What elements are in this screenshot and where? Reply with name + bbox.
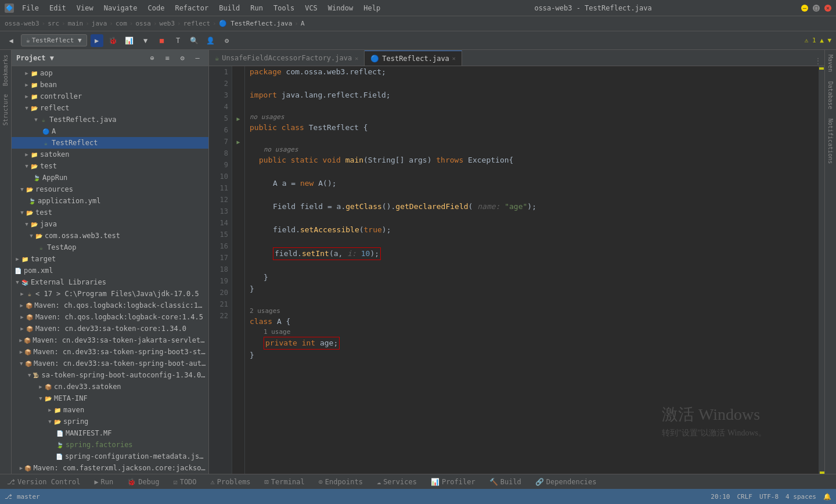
tree-item-testreflect-class[interactable]: ☕ TestReflect bbox=[12, 137, 208, 149]
search-button[interactable]: 🔍 bbox=[188, 34, 201, 47]
bookmarks-panel[interactable]: Bookmarks bbox=[1, 52, 10, 88]
dropdown-button[interactable]: ▼ bbox=[139, 34, 152, 47]
run-arrow-7[interactable]: ▶ bbox=[232, 136, 244, 147]
menu-bar[interactable]: File Edit View Navigate Code Refactor Bu… bbox=[17, 3, 385, 13]
code-editor[interactable]: 1 2 3 4 5 6 7 8 9 10 11 12 13 14 15 16 1… bbox=[209, 66, 824, 474]
tab-unsafe[interactable]: ☕ UnsafeFieldAccessorFactory.java ✕ bbox=[209, 51, 365, 66]
tab-unsafe-close[interactable]: ✕ bbox=[355, 55, 358, 62]
tree-item-java-folder[interactable]: ▼ 📂 java bbox=[12, 218, 208, 230]
minimize-button[interactable]: — bbox=[801, 5, 808, 12]
tree-item-logback-core[interactable]: ▶ 📦 Maven: ch.qos.logback:logback-core:1… bbox=[12, 311, 208, 323]
tree-item-meta-inf[interactable]: ▼ 📂 META-INF bbox=[12, 393, 208, 404]
endpoints-tab[interactable]: ⊙ Endpoints bbox=[316, 474, 365, 489]
show-options-button[interactable]: ⚙ bbox=[176, 52, 189, 64]
tree-item-sa-token-core[interactable]: ▶ 📦 Maven: cn.dev33:sa-token-core:1.34.0 bbox=[12, 323, 208, 334]
collapse-all-button[interactable]: ≡ bbox=[161, 52, 174, 64]
tree-item-test-folder[interactable]: ▼ 📂 test bbox=[12, 160, 208, 172]
tree-item-maven-sub[interactable]: ▶ 📁 maven bbox=[12, 404, 208, 416]
build-tab[interactable]: 🔨 Build bbox=[487, 474, 524, 489]
tree-item-sa-token-jakarta[interactable]: ▶ 📦 Maven: cn.dev33:sa-token-jakarta-ser… bbox=[12, 334, 208, 346]
todo-tab[interactable]: ☑ TODO bbox=[171, 474, 199, 489]
run-arrow-5[interactable]: ▶ bbox=[232, 113, 244, 124]
tree-item-apprun[interactable]: 🍃 AppRun bbox=[12, 172, 208, 183]
tab-testreflect-close[interactable]: ✕ bbox=[452, 55, 456, 62]
notifications-panel-button[interactable]: Notifications bbox=[826, 114, 835, 168]
tree-item-pom[interactable]: 📄 pom.xml bbox=[12, 265, 208, 276]
terminal-tab[interactable]: ⊡ Terminal bbox=[262, 474, 307, 489]
run-config-button[interactable]: ☕ TestReflect ▼ bbox=[21, 34, 87, 46]
run-button[interactable]: ▶ bbox=[91, 34, 103, 47]
breadcrumb-reflect[interactable]: reflect bbox=[183, 20, 210, 27]
tree-item-external-libraries[interactable]: ▼ 📚 External Libraries bbox=[12, 276, 208, 288]
tabs-more-button[interactable]: ⋮ bbox=[814, 56, 822, 66]
tree-item-aop[interactable]: ▶ 📁 aop bbox=[12, 67, 208, 79]
tree-item-test-maven[interactable]: ▼ 📂 test bbox=[12, 207, 208, 218]
breadcrumb-com[interactable]: com bbox=[116, 20, 127, 27]
tree-item-spring-config-metadata[interactable]: 📄 spring-configuration-metadata.json bbox=[12, 451, 208, 462]
tree-item-com-ossa-web3-test[interactable]: ▼ 📂 com.ossa.web3.test bbox=[12, 230, 208, 242]
stop-button[interactable]: ■ bbox=[156, 34, 168, 47]
translate-button[interactable]: T bbox=[172, 34, 185, 47]
breadcrumb-main[interactable]: main bbox=[68, 20, 84, 27]
menu-refactor[interactable]: Refactor bbox=[170, 3, 213, 13]
tree-item-class-a[interactable]: 🔵 A bbox=[12, 125, 208, 137]
tree-item-jdk[interactable]: ▶ ☕ < 17 > C:\Program Files\Java\jdk-17.… bbox=[12, 288, 208, 300]
menu-help[interactable]: Help bbox=[359, 3, 385, 13]
tree-item-reflect[interactable]: ▼ 📂 reflect bbox=[12, 102, 208, 114]
menu-window[interactable]: Window bbox=[323, 3, 358, 13]
breadcrumb-java[interactable]: java bbox=[92, 20, 107, 27]
coverage-button[interactable]: 📊 bbox=[123, 34, 136, 47]
maximize-button[interactable]: □ bbox=[813, 5, 820, 12]
tree-item-resources[interactable]: ▼ 📂 resources bbox=[12, 183, 208, 195]
breadcrumb-web3[interactable]: web3 bbox=[160, 20, 175, 27]
menu-vcs[interactable]: VCS bbox=[300, 3, 322, 13]
tree-item-sa-token-spring-boot3[interactable]: ▶ 📦 Maven: cn.dev33:sa-token-spring-boot… bbox=[12, 346, 208, 358]
menu-navigate[interactable]: Navigate bbox=[99, 3, 142, 13]
settings-button[interactable]: ⚙ bbox=[221, 34, 233, 47]
back-button[interactable]: ◀ bbox=[5, 34, 17, 47]
debug-tab[interactable]: 🐞 Debug bbox=[125, 474, 161, 489]
menu-build[interactable]: Build bbox=[214, 3, 244, 13]
services-tab[interactable]: ☁ Services bbox=[374, 474, 419, 489]
structure-panel[interactable]: Structure bbox=[1, 92, 10, 128]
profiler-tab[interactable]: 📊 Profiler bbox=[428, 474, 478, 489]
breadcrumb-src[interactable]: src bbox=[48, 20, 59, 27]
tree-item-controller[interactable]: ▶ 📁 controller bbox=[12, 91, 208, 102]
tree-item-logback-classic[interactable]: ▶ 📦 Maven: ch.qos.logback:logback-classi… bbox=[12, 300, 208, 311]
menu-run[interactable]: Run bbox=[246, 3, 268, 13]
tree-item-manifest[interactable]: 📄 MANIFEST.MF bbox=[12, 427, 208, 439]
problems-tab[interactable]: ⚠ Problems bbox=[208, 474, 253, 489]
breadcrumb-class[interactable]: A bbox=[301, 20, 305, 27]
breadcrumb-file[interactable]: 🔵 TestReflect.java bbox=[219, 20, 293, 27]
code-content[interactable]: package com.ossa.web3.reflect; import ja… bbox=[245, 66, 824, 474]
debug-button[interactable]: 🐞 bbox=[107, 34, 120, 47]
menu-tools[interactable]: Tools bbox=[269, 3, 299, 13]
tree-item-jackson-a[interactable]: ▶ 📦 Maven: com.fasterxml.jackson.core:ja… bbox=[12, 462, 208, 474]
close-button[interactable]: ✕ bbox=[824, 5, 831, 12]
database-panel-button[interactable]: Database bbox=[826, 77, 835, 114]
menu-code[interactable]: Code bbox=[143, 3, 170, 13]
run-tab[interactable]: ▶ Run bbox=[92, 474, 116, 489]
breadcrumb-ossa-web3[interactable]: ossa-web3 bbox=[5, 20, 39, 27]
tab-testreflect[interactable]: 🔵 TestReflect.java ✕ bbox=[365, 51, 462, 66]
menu-edit[interactable]: Edit bbox=[45, 3, 71, 13]
tree-item-testreflect-java[interactable]: ▼ ☕ TestReflect.java bbox=[12, 114, 208, 125]
tree-item-bean[interactable]: ▶ 📁 bean bbox=[12, 79, 208, 91]
maven-panel-button[interactable]: Maven bbox=[826, 50, 835, 77]
close-panel-button[interactable]: — bbox=[191, 52, 204, 64]
tree-item-target[interactable]: ▶ 📁 target bbox=[12, 253, 208, 265]
menu-file[interactable]: File bbox=[17, 3, 44, 13]
menu-view[interactable]: View bbox=[72, 3, 98, 13]
tree-item-application-yml[interactable]: 🍃 application.yml bbox=[12, 195, 208, 207]
tree-item-spring-factories[interactable]: 🍃 spring.factories bbox=[12, 439, 208, 451]
profile-button[interactable]: 👤 bbox=[204, 34, 217, 47]
tree-item-spring-folder[interactable]: ▼ 📂 spring bbox=[12, 416, 208, 427]
tree-item-sa-token-jar[interactable]: ▼ 🗜 sa-token-spring-boot-autoconfig-1.34… bbox=[12, 369, 208, 381]
dependencies-tab[interactable]: 🔗 Dependencies bbox=[533, 474, 599, 489]
scroll-to-source-button[interactable]: ⊕ bbox=[146, 52, 158, 64]
tree-item-testaop[interactable]: ☕ TestAop bbox=[12, 242, 208, 253]
tree-item-satoken[interactable]: ▶ 📁 satoken bbox=[12, 149, 208, 160]
version-control-tab[interactable]: ⎇ Version Control bbox=[5, 474, 82, 489]
breadcrumb-ossa[interactable]: ossa bbox=[135, 20, 151, 27]
tree-item-sa-token-autoconfig[interactable]: ▼ 📦 Maven: cn.dev33:sa-token-spring-boot… bbox=[12, 358, 208, 369]
